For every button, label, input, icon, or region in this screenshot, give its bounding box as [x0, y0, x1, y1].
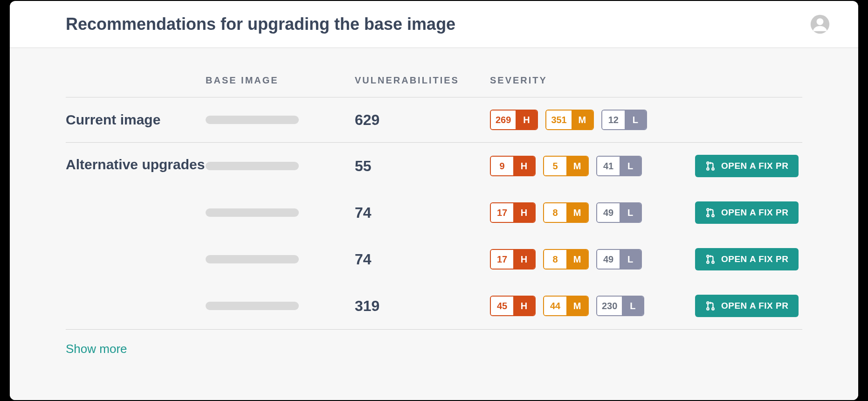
pull-request-icon	[705, 301, 716, 311]
fix-button-label: OPEN A FIX PR	[721, 161, 788, 171]
severity-low-pill: 49 L	[596, 202, 642, 223]
severity-low-pill: 49 L	[596, 249, 642, 270]
severity-medium-pill: 351 M	[545, 110, 593, 130]
column-severity: SEVERITY	[490, 75, 695, 86]
vulnerability-count: 74	[355, 251, 490, 268]
severity-medium-count: 351	[546, 111, 571, 129]
base-image-placeholder	[206, 302, 299, 310]
current-image-label: Current image	[66, 112, 206, 128]
severity-medium-count: 8	[544, 203, 566, 222]
severity-medium-count: 8	[544, 250, 566, 269]
severity-low-count: 41	[597, 157, 620, 175]
severity-high-pill: 17 H	[490, 202, 536, 223]
severity-high-count: 269	[491, 111, 516, 129]
severity-group: 17 H 8 M 49 L	[490, 249, 695, 270]
severity-low-letter: L	[620, 157, 641, 175]
column-base-image: BASE IMAGE	[206, 75, 355, 86]
svg-point-6	[707, 214, 709, 217]
svg-point-2	[707, 162, 709, 164]
show-more-link[interactable]: Show more	[66, 330, 127, 368]
base-image-placeholder	[206, 255, 299, 263]
severity-group: 9 H 5 M 41 L	[490, 156, 695, 176]
base-image-placeholder	[206, 116, 299, 124]
severity-high-letter: H	[513, 297, 535, 315]
severity-high-letter: H	[513, 157, 535, 175]
pull-request-icon	[705, 161, 716, 171]
severity-low-count: 12	[602, 111, 625, 129]
table-header-row: BASE IMAGE VULNERABILITIES SEVERITY	[66, 60, 802, 97]
severity-medium-pill: 8 M	[543, 202, 589, 223]
severity-high-pill: 9 H	[490, 156, 536, 176]
severity-medium-pill: 8 M	[543, 249, 589, 270]
current-image-row: Current image 629 269 H 351 M 12 L	[66, 97, 802, 143]
vulnerability-count: 55	[355, 158, 490, 175]
severity-low-pill: 12 L	[601, 110, 647, 130]
severity-medium-letter: M	[566, 297, 588, 315]
alternative-upgrades-group: Alternative upgrades 55 9 H 5 M 4	[66, 143, 802, 330]
column-vulnerabilities: VULNERABILITIES	[355, 75, 490, 86]
svg-point-11	[707, 302, 709, 304]
severity-low-letter: L	[622, 297, 643, 315]
severity-medium-pill: 44 M	[543, 296, 589, 316]
table-row: 74 17 H 8 M 49 L	[66, 189, 802, 236]
severity-group: 45 H 44 M 230 L	[490, 296, 695, 316]
severity-group: 17 H 8 M 49 L	[490, 202, 695, 223]
severity-high-pill: 17 H	[490, 249, 536, 270]
severity-high-letter: H	[516, 111, 537, 129]
alternative-upgrades-label: Alternative upgrades	[66, 155, 206, 174]
severity-high-count: 45	[491, 297, 513, 315]
recommendations-panel: Recommendations for upgrading the base i…	[10, 1, 858, 400]
open-fix-pr-button[interactable]: OPEN A FIX PR	[695, 248, 799, 270]
severity-high-pill: 45 H	[490, 296, 536, 316]
pull-request-icon	[705, 254, 716, 264]
severity-low-letter: L	[620, 250, 641, 269]
svg-point-8	[707, 255, 709, 257]
table-row: Alternative upgrades 55 9 H 5 M 4	[66, 143, 802, 189]
fix-button-label: OPEN A FIX PR	[721, 207, 788, 218]
severity-medium-pill: 5 M	[543, 156, 589, 176]
panel-header: Recommendations for upgrading the base i…	[10, 1, 858, 48]
panel-title: Recommendations for upgrading the base i…	[66, 14, 455, 34]
svg-point-4	[712, 168, 714, 170]
svg-point-7	[712, 214, 714, 217]
table-row: 319 45 H 44 M 230 L	[66, 283, 802, 329]
severity-low-pill: 230 L	[596, 296, 644, 316]
vulnerability-count: 74	[355, 204, 490, 221]
open-fix-pr-button[interactable]: OPEN A FIX PR	[695, 201, 799, 224]
table-row: 74 17 H 8 M 49 L	[66, 236, 802, 283]
base-image-placeholder	[206, 162, 299, 170]
severity-low-pill: 41 L	[596, 156, 642, 176]
severity-low-letter: L	[625, 111, 646, 129]
severity-high-count: 9	[491, 157, 513, 175]
vulnerability-count: 629	[355, 111, 490, 129]
severity-low-count: 230	[597, 297, 622, 315]
user-avatar-icon[interactable]	[810, 14, 830, 35]
severity-low-count: 49	[597, 203, 620, 222]
base-image-placeholder	[206, 208, 299, 217]
panel-content: BASE IMAGE VULNERABILITIES SEVERITY Curr…	[10, 48, 858, 400]
svg-point-3	[707, 168, 709, 170]
svg-point-10	[712, 261, 714, 263]
open-fix-pr-button[interactable]: OPEN A FIX PR	[695, 295, 799, 317]
fix-button-label: OPEN A FIX PR	[721, 254, 788, 264]
svg-point-5	[707, 208, 709, 211]
severity-medium-letter: M	[566, 250, 588, 269]
recommendations-table: BASE IMAGE VULNERABILITIES SEVERITY Curr…	[66, 60, 802, 368]
severity-high-letter: H	[513, 203, 535, 222]
severity-low-count: 49	[597, 250, 620, 269]
severity-group: 269 H 351 M 12 L	[490, 110, 695, 130]
severity-medium-letter: M	[566, 203, 588, 222]
svg-point-12	[707, 308, 709, 310]
open-fix-pr-button[interactable]: OPEN A FIX PR	[695, 155, 799, 177]
severity-medium-count: 44	[544, 297, 566, 315]
pull-request-icon	[705, 207, 716, 218]
svg-point-1	[817, 18, 824, 25]
vulnerability-count: 319	[355, 297, 490, 315]
severity-medium-letter: M	[572, 111, 593, 129]
svg-point-9	[707, 261, 709, 263]
severity-high-letter: H	[513, 250, 535, 269]
severity-medium-letter: M	[566, 157, 588, 175]
severity-low-letter: L	[620, 203, 641, 222]
svg-point-13	[712, 308, 714, 310]
severity-high-pill: 269 H	[490, 110, 538, 130]
